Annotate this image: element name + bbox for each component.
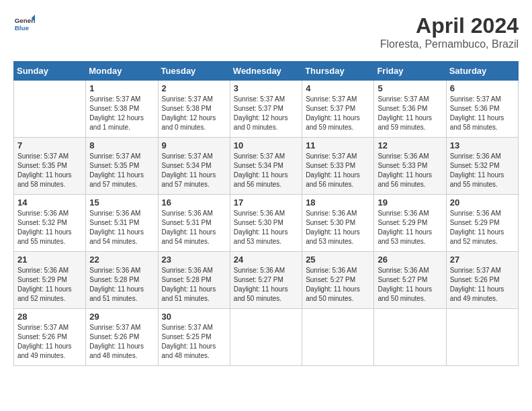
calendar-header-wednesday: Wednesday [230, 62, 302, 81]
logo: General Blue [13, 13, 35, 35]
day-number: 16 [162, 197, 226, 208]
calendar-cell: 10Sunrise: 5:37 AM Sunset: 5:34 PM Dayli… [230, 138, 302, 195]
day-number: 15 [89, 197, 154, 208]
day-number: 29 [89, 312, 154, 322]
logo-icon: General Blue [13, 13, 35, 35]
day-info: Sunrise: 5:36 AM Sunset: 5:30 PM Dayligh… [306, 209, 370, 246]
day-number: 10 [234, 140, 298, 150]
day-info: Sunrise: 5:37 AM Sunset: 5:34 PM Dayligh… [234, 152, 298, 189]
day-info: Sunrise: 5:37 AM Sunset: 5:34 PM Dayligh… [162, 152, 226, 189]
calendar-cell [14, 81, 86, 138]
day-number: 17 [234, 197, 298, 208]
day-number: 11 [306, 140, 370, 150]
day-number: 21 [17, 255, 82, 265]
calendar-cell [446, 309, 518, 366]
day-info: Sunrise: 5:37 AM Sunset: 5:25 PM Dayligh… [162, 323, 226, 361]
calendar-header-row: SundayMondayTuesdayWednesdayThursdayFrid… [14, 62, 519, 81]
calendar-cell: 16Sunrise: 5:36 AM Sunset: 5:31 PM Dayli… [158, 195, 230, 252]
calendar-cell: 5Sunrise: 5:37 AM Sunset: 5:36 PM Daylig… [374, 81, 446, 138]
day-info: Sunrise: 5:36 AM Sunset: 5:28 PM Dayligh… [162, 266, 226, 304]
day-info: Sunrise: 5:37 AM Sunset: 5:36 PM Dayligh… [450, 95, 515, 132]
calendar-body: 1Sunrise: 5:37 AM Sunset: 5:38 PM Daylig… [14, 81, 519, 366]
calendar-cell: 11Sunrise: 5:37 AM Sunset: 5:33 PM Dayli… [302, 138, 374, 195]
calendar-cell: 21Sunrise: 5:36 AM Sunset: 5:29 PM Dayli… [14, 252, 86, 309]
day-info: Sunrise: 5:37 AM Sunset: 5:33 PM Dayligh… [306, 152, 370, 189]
calendar-cell: 23Sunrise: 5:36 AM Sunset: 5:28 PM Dayli… [158, 252, 230, 309]
calendar-cell: 19Sunrise: 5:36 AM Sunset: 5:29 PM Dayli… [374, 195, 446, 252]
day-number: 14 [17, 197, 82, 208]
day-info: Sunrise: 5:37 AM Sunset: 5:26 PM Dayligh… [89, 323, 154, 361]
calendar-cell: 8Sunrise: 5:37 AM Sunset: 5:35 PM Daylig… [86, 138, 158, 195]
calendar-cell [374, 309, 446, 366]
calendar-cell: 30Sunrise: 5:37 AM Sunset: 5:25 PM Dayli… [158, 309, 230, 366]
day-info: Sunrise: 5:36 AM Sunset: 5:29 PM Dayligh… [450, 209, 515, 246]
day-number: 20 [450, 197, 515, 208]
calendar-header-saturday: Saturday [446, 62, 518, 81]
day-number: 8 [89, 140, 154, 150]
calendar-cell: 24Sunrise: 5:36 AM Sunset: 5:27 PM Dayli… [230, 252, 302, 309]
day-info: Sunrise: 5:37 AM Sunset: 5:38 PM Dayligh… [89, 95, 154, 132]
day-number: 23 [162, 255, 226, 265]
day-info: Sunrise: 5:37 AM Sunset: 5:36 PM Dayligh… [378, 95, 442, 132]
calendar-cell: 4Sunrise: 5:37 AM Sunset: 5:37 PM Daylig… [302, 81, 374, 138]
day-number: 30 [162, 312, 226, 322]
day-info: Sunrise: 5:36 AM Sunset: 5:29 PM Dayligh… [378, 209, 442, 246]
day-number: 7 [17, 140, 82, 150]
calendar-table: SundayMondayTuesdayWednesdayThursdayFrid… [13, 61, 519, 366]
day-number: 3 [234, 83, 298, 93]
day-number: 5 [378, 83, 442, 93]
day-info: Sunrise: 5:36 AM Sunset: 5:27 PM Dayligh… [306, 266, 370, 304]
calendar-week-3: 14Sunrise: 5:36 AM Sunset: 5:32 PM Dayli… [14, 195, 519, 252]
day-info: Sunrise: 5:37 AM Sunset: 5:35 PM Dayligh… [17, 152, 82, 189]
day-number: 12 [378, 140, 442, 150]
day-number: 2 [162, 83, 226, 93]
calendar-week-5: 28Sunrise: 5:37 AM Sunset: 5:26 PM Dayli… [14, 309, 519, 366]
calendar-cell: 3Sunrise: 5:37 AM Sunset: 5:37 PM Daylig… [230, 81, 302, 138]
day-info: Sunrise: 5:37 AM Sunset: 5:37 PM Dayligh… [234, 95, 298, 132]
page-header: General Blue April 2024 Floresta, Pernam… [13, 13, 519, 50]
day-info: Sunrise: 5:36 AM Sunset: 5:33 PM Dayligh… [378, 152, 442, 189]
day-info: Sunrise: 5:37 AM Sunset: 5:26 PM Dayligh… [17, 323, 82, 361]
page-title: April 2024 [380, 13, 519, 38]
day-info: Sunrise: 5:36 AM Sunset: 5:29 PM Dayligh… [17, 266, 82, 304]
calendar-cell: 18Sunrise: 5:36 AM Sunset: 5:30 PM Dayli… [302, 195, 374, 252]
calendar-week-4: 21Sunrise: 5:36 AM Sunset: 5:29 PM Dayli… [14, 252, 519, 309]
day-info: Sunrise: 5:36 AM Sunset: 5:31 PM Dayligh… [89, 209, 154, 246]
day-number: 18 [306, 197, 370, 208]
calendar-cell: 2Sunrise: 5:37 AM Sunset: 5:38 PM Daylig… [158, 81, 230, 138]
day-number: 27 [450, 255, 515, 265]
day-info: Sunrise: 5:37 AM Sunset: 5:35 PM Dayligh… [89, 152, 154, 189]
calendar-header-sunday: Sunday [14, 62, 86, 81]
day-info: Sunrise: 5:36 AM Sunset: 5:27 PM Dayligh… [234, 266, 298, 304]
calendar-cell: 13Sunrise: 5:36 AM Sunset: 5:32 PM Dayli… [446, 138, 518, 195]
calendar-cell: 12Sunrise: 5:36 AM Sunset: 5:33 PM Dayli… [374, 138, 446, 195]
calendar-cell [230, 309, 302, 366]
calendar-cell: 6Sunrise: 5:37 AM Sunset: 5:36 PM Daylig… [446, 81, 518, 138]
day-number: 9 [162, 140, 226, 150]
calendar-cell [302, 309, 374, 366]
day-info: Sunrise: 5:36 AM Sunset: 5:30 PM Dayligh… [234, 209, 298, 246]
calendar-cell: 26Sunrise: 5:36 AM Sunset: 5:27 PM Dayli… [374, 252, 446, 309]
calendar-cell: 15Sunrise: 5:36 AM Sunset: 5:31 PM Dayli… [86, 195, 158, 252]
day-info: Sunrise: 5:37 AM Sunset: 5:38 PM Dayligh… [162, 95, 226, 132]
calendar-cell: 14Sunrise: 5:36 AM Sunset: 5:32 PM Dayli… [14, 195, 86, 252]
calendar-cell: 9Sunrise: 5:37 AM Sunset: 5:34 PM Daylig… [158, 138, 230, 195]
day-number: 25 [306, 255, 370, 265]
day-info: Sunrise: 5:36 AM Sunset: 5:32 PM Dayligh… [17, 209, 82, 246]
day-info: Sunrise: 5:36 AM Sunset: 5:31 PM Dayligh… [162, 209, 226, 246]
page-subtitle: Floresta, Pernambuco, Brazil [380, 38, 519, 50]
day-info: Sunrise: 5:36 AM Sunset: 5:32 PM Dayligh… [450, 152, 515, 189]
day-number: 22 [89, 255, 154, 265]
day-info: Sunrise: 5:36 AM Sunset: 5:28 PM Dayligh… [89, 266, 154, 304]
calendar-header-thursday: Thursday [302, 62, 374, 81]
day-number: 13 [450, 140, 515, 150]
day-number: 26 [378, 255, 442, 265]
calendar-week-2: 7Sunrise: 5:37 AM Sunset: 5:35 PM Daylig… [14, 138, 519, 195]
day-number: 28 [17, 312, 82, 322]
calendar-cell: 25Sunrise: 5:36 AM Sunset: 5:27 PM Dayli… [302, 252, 374, 309]
calendar-cell: 28Sunrise: 5:37 AM Sunset: 5:26 PM Dayli… [14, 309, 86, 366]
day-number: 4 [306, 83, 370, 93]
calendar-header-monday: Monday [86, 62, 158, 81]
calendar-cell: 7Sunrise: 5:37 AM Sunset: 5:35 PM Daylig… [14, 138, 86, 195]
day-info: Sunrise: 5:37 AM Sunset: 5:26 PM Dayligh… [450, 266, 515, 304]
